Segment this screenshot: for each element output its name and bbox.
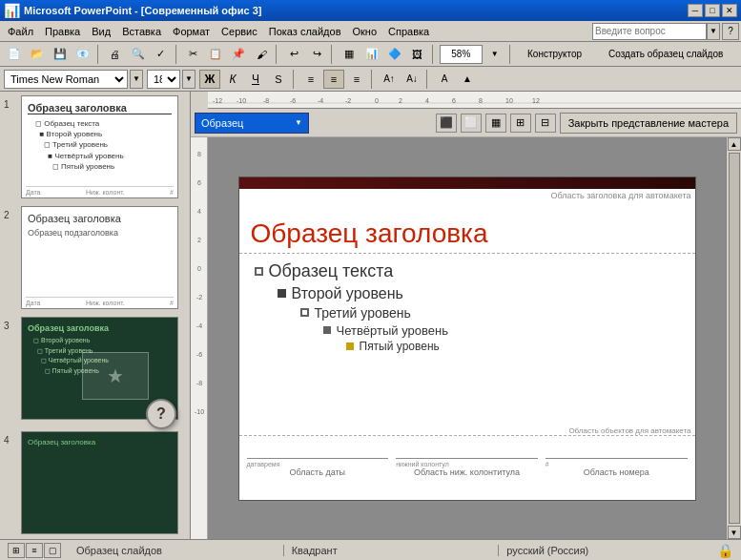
font-name-arrow[interactable]: ▼ [130,70,143,89]
create-sample-btn[interactable]: Создать образец слайдов [594,45,737,64]
separator2 [175,45,179,64]
menu-insert[interactable]: Вставка [116,24,167,39]
layout-btn3[interactable]: ▦ [485,114,506,133]
scroll-thumb[interactable] [729,153,740,524]
scroll-down-button[interactable]: ▼ [728,526,741,539]
search-dropdown[interactable]: ▼ [707,23,720,40]
format-painter[interactable]: 🖌 [251,45,272,64]
bullet-icon-2 [278,289,286,298]
slide-top-bar [239,177,695,189]
menu-view[interactable]: Вид [86,24,116,39]
redo-button[interactable]: ↪ [306,45,327,64]
layout-btn2[interactable]: ⬜ [461,114,482,133]
increase-font[interactable]: A↑ [379,70,400,89]
help-icon[interactable]: ? [722,23,739,40]
save-button[interactable]: 💾 [50,45,71,64]
close-button[interactable]: ✕ [722,4,737,17]
s1-footer: Дата Ниж. колонт. # [26,186,174,196]
bullet-text-3: Третий уровень [315,305,411,321]
menu-help[interactable]: Справка [382,24,435,39]
slide-title-area[interactable]: Область заголовка для автомакета Образец… [239,189,695,254]
scroll-up-button[interactable]: ▲ [728,137,741,151]
layout-btn5[interactable]: ⊟ [535,114,556,133]
font-size-select[interactable]: 18 [147,70,180,89]
menu-tools[interactable]: Сервис [216,24,263,39]
normal-view-button[interactable]: ⊞ [8,543,25,558]
slide-image-2[interactable]: Образец заголовка Образец подзаголовка Д… [21,206,178,309]
font-name-select[interactable]: Times New Roman [4,70,128,89]
align-right[interactable]: ≡ [346,70,367,89]
ruler-horizontal: -12 -10 -8 -6 -4 -2 0 2 4 6 8 10 12 [208,92,741,109]
print-button[interactable]: 🖨 [105,45,126,64]
italic-button[interactable]: К [222,70,243,89]
help-bubble[interactable]: ? [146,399,176,429]
slide-thumb-1[interactable]: 1 Образец заголовка ◻ Образец текста ■ В… [4,95,186,198]
insert-chart[interactable]: 📊 [361,45,382,64]
cut-button[interactable]: ✂ [183,45,204,64]
open-button[interactable]: 📂 [27,45,48,64]
s2-title: Образец заголовка [28,213,172,224]
separator1 [97,45,101,64]
menu-file[interactable]: Файл [2,24,39,39]
slide-view-button[interactable]: ▢ [44,543,61,558]
copy-button[interactable]: 📋 [205,45,226,64]
svg-text:4: 4 [425,97,429,104]
layout-btn4[interactable]: ⊞ [510,114,531,133]
font-sep2 [371,70,375,89]
slide-title-text[interactable]: Образец заголовка [251,218,488,249]
vertical-scrollbar[interactable]: ▲ ▼ [726,137,741,539]
slide-thumb-2[interactable]: 2 Образец заголовка Образец подзаголовка… [4,206,186,309]
konstruktor-btn[interactable]: Конструктор [517,45,593,64]
slide-thumb-4[interactable]: 4 Образец заголовка [4,431,186,534]
svg-text:-10: -10 [195,408,204,415]
decrease-font[interactable]: A↓ [401,70,422,89]
obrazets-dropdown[interactable]: Образец ▼ [195,113,309,134]
highlight-color[interactable]: ▲ [457,70,478,89]
minimize-button[interactable]: ─ [688,4,703,17]
search-box: ▼ ? [592,23,739,40]
obrazets-arrow: ▼ [295,118,302,127]
footer-num-cell: # Область номера [545,458,688,477]
insert-diagram[interactable]: 🔷 [384,45,405,64]
search-input[interactable] [592,23,707,40]
bullet-icon-4 [323,326,331,334]
zoom-value: 58% [451,49,470,59]
slide-image-4[interactable]: Образец заголовка [21,431,178,534]
email-button[interactable]: 📧 [72,45,93,64]
font-size-arrow[interactable]: ▼ [182,70,196,89]
insert-layout-btn[interactable]: ⬛ [436,114,457,133]
bullet-text-4: Четвёртый уровень [337,323,448,338]
slide-content-area[interactable]: Образец текста Второй уровень Третий уро… [239,254,695,435]
close-master-button[interactable]: Закрыть представление мастера [560,113,737,134]
bold-button[interactable]: Ж [199,70,220,89]
undo-button[interactable]: ↩ [283,45,304,64]
underline-button[interactable]: Ч [245,70,266,89]
maximize-button[interactable]: □ [705,4,720,17]
preview-button[interactable]: 🔍 [128,45,149,64]
align-left[interactable]: ≡ [300,70,321,89]
new-button[interactable]: 📄 [4,45,25,64]
spell-button[interactable]: ✓ [151,45,172,64]
svg-text:8: 8 [479,97,483,104]
slide-thumb-3[interactable]: 3 Образец заголовка ◻ Второй уровень ◻ Т… [4,317,186,420]
strikethrough-button[interactable]: S [268,70,289,89]
font-color[interactable]: A [434,70,455,89]
slide-image-1[interactable]: Образец заголовка ◻ Образец текста ■ Вто… [21,95,178,198]
menu-window[interactable]: Окно [347,24,383,39]
insert-table[interactable]: ▦ [339,45,360,64]
slide-canvas-wrap: 8 6 4 2 0 -2 -4 -6 -8 -10 [191,137,741,539]
slide-number-1: 1 [4,99,17,110]
bullet-2: Второй уровень [278,285,680,302]
ruler-h-svg: -12 -10 -8 -6 -4 -2 0 2 4 6 8 10 12 [208,92,741,109]
menu-edit[interactable]: Правка [39,24,86,39]
menu-slideshow[interactable]: Показ слайдов [263,24,347,39]
align-center[interactable]: ≡ [323,70,344,89]
insert-clip[interactable]: 🖼 [407,45,428,64]
menu-format[interactable]: Формат [167,24,216,39]
paste-button[interactable]: 📌 [228,45,249,64]
zoom-arrow[interactable]: ▼ [484,45,505,64]
zoom-dropdown[interactable]: 58% [440,45,483,64]
slide-canvas[interactable]: Область заголовка для автомакета Образец… [238,176,696,501]
outline-view-button[interactable]: ≡ [26,543,43,558]
status-info: Образец слайдов Квадрант русский (Россия… [69,545,713,556]
